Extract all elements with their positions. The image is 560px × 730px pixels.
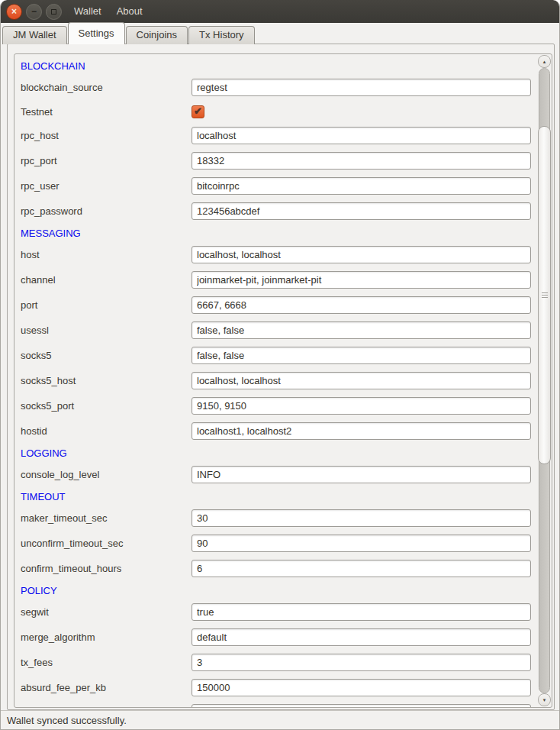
- field-row: socks5_host: [14, 368, 537, 393]
- field-row: rpc_port: [14, 148, 537, 173]
- field-row: usessl: [14, 318, 537, 343]
- usessl-input[interactable]: [191, 321, 531, 339]
- socks5_port-input[interactable]: [191, 397, 531, 415]
- field-row: hostid: [14, 418, 537, 444]
- field-label-testnet: Testnet: [21, 106, 191, 118]
- tab-tx-history[interactable]: Tx History: [188, 26, 255, 44]
- field-label-unconfirm_timeout_sec: unconfirm_timeout_sec: [21, 538, 191, 549]
- field-label-blockchain_source: blockchain_source: [21, 82, 191, 93]
- field-row: rpc_host: [14, 123, 537, 148]
- field-label-usessl: usessl: [21, 325, 191, 336]
- field-label-socks5_port: socks5_port: [21, 400, 191, 412]
- settings-tab-pane: BLOCKCHAINblockchain_sourceTestnet✔rpc_h…: [7, 44, 555, 710]
- field-row: merge_algorithm: [14, 625, 537, 650]
- maximize-icon[interactable]: [46, 4, 62, 20]
- absurd_fee_per_kb-input[interactable]: [191, 679, 531, 696]
- field-row: rpc_password: [14, 199, 537, 224]
- section-title: TIMEOUT: [21, 491, 66, 502]
- field-row-partial: [14, 700, 537, 707]
- field-label-hostid: hostid: [21, 425, 191, 437]
- field-label-maker_timeout_sec: maker_timeout_sec: [21, 512, 191, 524]
- field-label-absurd_fee_per_kb: absurd_fee_per_kb: [21, 682, 191, 693]
- menubar: WalletAbout: [66, 0, 150, 23]
- checkmark-icon: ✔: [194, 106, 202, 116]
- rpc_user-input[interactable]: [191, 177, 531, 195]
- settings-scroll-area: BLOCKCHAINblockchain_sourceTestnet✔rpc_h…: [14, 53, 552, 708]
- host-input[interactable]: [191, 246, 531, 263]
- field-label-rpc_port: rpc_port: [21, 155, 191, 166]
- section-header-messaging: MESSAGING: [14, 224, 537, 242]
- section-header-logging: LOGGING: [14, 444, 537, 462]
- channel-input[interactable]: [191, 271, 531, 289]
- status-message: Wallet synced successfully.: [7, 715, 127, 726]
- menu-wallet[interactable]: Wallet: [66, 0, 109, 23]
- settings-form: BLOCKCHAINblockchain_sourceTestnet✔rpc_h…: [14, 54, 537, 707]
- tab-coinjoins[interactable]: Coinjoins: [126, 26, 188, 44]
- field-label-socks5: socks5: [21, 350, 191, 361]
- scrollbar-thumb[interactable]: [538, 126, 551, 464]
- field-row: unconfirm_timeout_sec: [14, 531, 537, 556]
- merge_algorithm-input[interactable]: [191, 628, 531, 646]
- field-row: host: [14, 242, 537, 267]
- field-label-segwit: segwit: [21, 606, 191, 618]
- field-row: absurd_fee_per_kb: [14, 675, 537, 700]
- section-header-policy: POLICY: [14, 581, 537, 599]
- field-row: port: [14, 292, 537, 318]
- field-label-rpc_user: rpc_user: [21, 180, 191, 192]
- status-bar: Wallet synced successfully.: [1, 710, 559, 729]
- menu-about[interactable]: About: [109, 0, 150, 23]
- field-row: socks5_port: [14, 393, 537, 418]
- vertical-scrollbar[interactable]: ▴ ▾: [537, 54, 552, 707]
- tab-jm-wallet[interactable]: JM Wallet: [2, 26, 67, 44]
- field-label-rpc_password: rpc_password: [21, 205, 191, 217]
- maker_timeout_sec-input[interactable]: [191, 509, 531, 527]
- field-label-confirm_timeout_hours: confirm_timeout_hours: [21, 563, 191, 574]
- segwit-input[interactable]: [191, 603, 531, 621]
- blockchain_source-input[interactable]: [191, 79, 531, 96]
- field-label-console_log_level: console_log_level: [21, 469, 191, 480]
- socks5-input[interactable]: [191, 347, 531, 364]
- field-label-merge_algorithm: merge_algorithm: [21, 631, 191, 643]
- scroll-down-arrow-icon[interactable]: ▾: [538, 693, 551, 706]
- field-row: segwit: [14, 599, 537, 625]
- field-row: channel: [14, 267, 537, 292]
- socks5_host-input[interactable]: [191, 372, 531, 389]
- rpc_host-input[interactable]: [191, 127, 531, 144]
- partial-field-input[interactable]: [191, 704, 531, 707]
- rpc_port-input[interactable]: [191, 152, 531, 170]
- scroll-up-arrow-icon[interactable]: ▴: [538, 55, 551, 68]
- field-row: blockchain_source: [14, 75, 537, 100]
- titlebar: × − WalletAbout: [1, 0, 559, 23]
- section-title: BLOCKCHAIN: [21, 60, 85, 72]
- confirm_timeout_hours-input[interactable]: [191, 560, 531, 577]
- tx_fees-input[interactable]: [191, 654, 531, 671]
- field-row: confirm_timeout_hours: [14, 556, 537, 581]
- scrollbar-grip-icon: [542, 292, 548, 299]
- field-label-rpc_host: rpc_host: [21, 130, 191, 141]
- port-input[interactable]: [191, 296, 531, 314]
- section-title: MESSAGING: [21, 228, 81, 239]
- tab-settings[interactable]: Settings: [68, 22, 125, 44]
- section-header-timeout: TIMEOUT: [14, 487, 537, 506]
- section-header-blockchain: BLOCKCHAIN: [14, 57, 537, 75]
- console_log_level-input[interactable]: [191, 466, 531, 483]
- minimize-icon[interactable]: −: [26, 4, 42, 20]
- unconfirm_timeout_sec-input[interactable]: [191, 535, 531, 552]
- close-icon[interactable]: ×: [6, 4, 22, 20]
- hostid-input[interactable]: [191, 422, 531, 440]
- field-row: maker_timeout_sec: [14, 506, 537, 531]
- rpc_password-input[interactable]: [191, 202, 531, 220]
- tab-bar: JM WalletSettingsCoinjoinsTx History: [1, 22, 559, 44]
- field-label-host: host: [21, 249, 191, 260]
- app-window: × − WalletAbout JM WalletSettingsCoinjoi…: [0, 0, 560, 730]
- section-title: LOGGING: [21, 447, 67, 459]
- field-row: tx_fees: [14, 650, 537, 675]
- field-row: Testnet✔: [14, 100, 537, 123]
- field-label-socks5_host: socks5_host: [21, 375, 191, 386]
- testnet-checkbox[interactable]: ✔: [191, 105, 204, 118]
- field-label-channel: channel: [21, 274, 191, 286]
- section-title: POLICY: [21, 585, 57, 596]
- field-row: console_log_level: [14, 462, 537, 487]
- field-row: socks5: [14, 343, 537, 368]
- field-row: rpc_user: [14, 173, 537, 199]
